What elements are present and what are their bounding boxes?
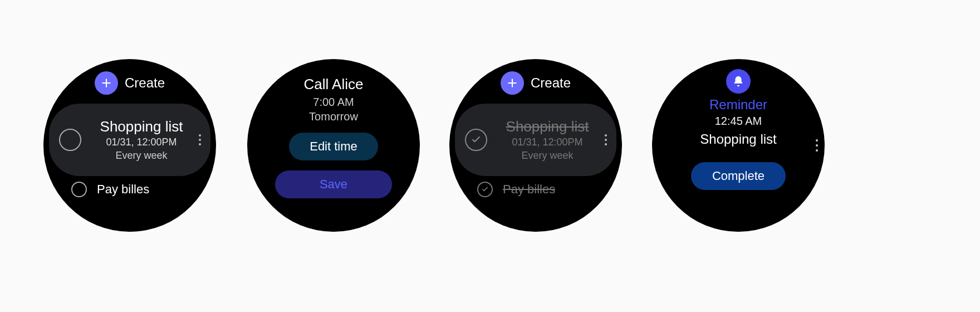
watch-face-edit: Call Alice 7:00 AM Tomorrow Edit time Sa… <box>247 59 420 232</box>
reminder-time: 7:00 AM <box>247 96 420 109</box>
bell-icon <box>726 69 751 94</box>
radio-checked-icon[interactable] <box>465 129 487 151</box>
reminder-datetime: 01/31, 12:00PM <box>512 136 582 149</box>
reminder-recurrence: Every week <box>521 150 573 162</box>
reminder-row-label: Pay billes <box>97 182 149 197</box>
reminder-card[interactable]: Shopping list 01/31, 12:00PM Every week <box>49 104 210 176</box>
watch-face-list-completed: Create Shopping list 01/31, 12:00PM Ever… <box>449 59 622 232</box>
more-icon[interactable] <box>195 134 205 145</box>
reminder-datetime: 01/31, 12:00PM <box>106 136 177 149</box>
save-button[interactable]: Save <box>275 170 392 198</box>
reminder-row[interactable]: Pay billes <box>449 182 622 197</box>
complete-button[interactable]: Complete <box>691 162 786 190</box>
reminder-card[interactable]: Shopping list 01/31, 12:00PM Every week <box>455 104 616 176</box>
app-name: Reminder <box>652 97 825 113</box>
create-button[interactable]: Create <box>449 71 622 95</box>
create-button[interactable]: Create <box>43 71 216 95</box>
reminder-title: Call Alice <box>247 76 420 93</box>
watch-face-list: Create Shopping list 01/31, 12:00PM Ever… <box>43 59 216 232</box>
radio-checked-icon[interactable] <box>477 182 493 197</box>
reminder-title: Shopping list <box>100 118 183 135</box>
reminder-row-label: Pay billes <box>503 182 555 197</box>
reminder-row[interactable]: Pay billes <box>43 182 216 197</box>
create-label: Create <box>531 75 571 91</box>
reminder-title: Shopping list <box>506 118 589 135</box>
create-label: Create <box>125 75 165 91</box>
notification-title: Shopping list <box>652 131 825 147</box>
watch-face-notification: Reminder 12:45 AM Shopping list Complete <box>652 59 825 232</box>
radio-unchecked-icon[interactable] <box>71 182 87 197</box>
more-icon[interactable] <box>816 139 818 152</box>
notification-time: 12:45 AM <box>652 115 825 128</box>
plus-icon <box>501 71 524 95</box>
plus-icon <box>95 71 118 95</box>
edit-time-button[interactable]: Edit time <box>289 133 378 160</box>
reminder-day: Tomorrow <box>247 110 420 123</box>
radio-unchecked-icon[interactable] <box>59 129 81 151</box>
more-icon[interactable] <box>601 134 611 145</box>
reminder-recurrence: Every week <box>115 150 167 162</box>
